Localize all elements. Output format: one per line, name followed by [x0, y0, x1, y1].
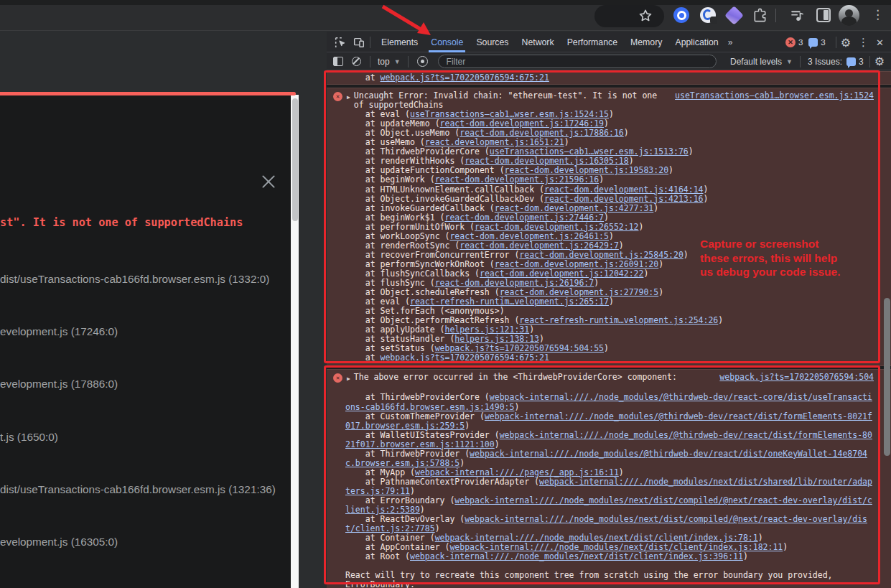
bookmark-star-icon[interactable]: [638, 8, 653, 24]
dialog-close-icon[interactable]: [259, 172, 278, 191]
settings-gear-icon[interactable]: ⚙: [874, 55, 885, 68]
context-selector[interactable]: top: [378, 57, 390, 67]
stack-link[interactable]: webpack-internal:///./pages/_app.js:16:1…: [415, 467, 619, 477]
stack-frame-file: t.js (1650:0): [0, 431, 58, 444]
stack-text: at Set.forEach (<anonymous>): [345, 306, 505, 316]
error-message: The above error occurred in the <Thirdwe…: [354, 373, 713, 382]
stack-link[interactable]: webpack-internal:///./node_modules/next/…: [410, 551, 743, 561]
extensions-puzzle-icon[interactable]: [752, 7, 768, 24]
stack-link[interactable]: react-dom.development.js:25845:20: [519, 250, 683, 260]
stack-link[interactable]: react-dom.development.js:4213:16: [544, 194, 704, 204]
stack-text: ): [495, 439, 500, 449]
stack-link[interactable]: react-dom.development.js:16305:18: [465, 156, 628, 166]
omnibox[interactable]: [594, 5, 664, 27]
issues-counter-label[interactable]: 3 Issues:: [808, 57, 842, 67]
stack-text: at ThirdwebProviderCore (: [345, 392, 490, 402]
devtools-close-icon[interactable]: ✕: [876, 37, 884, 48]
tab-performance[interactable]: Performance: [561, 33, 624, 52]
stack-link[interactable]: react-refresh-runtim…velopment.js:254:26: [519, 315, 718, 325]
stack-link[interactable]: react-dom.development.js:26461:5: [449, 231, 609, 241]
stack-link[interactable]: react-dom.development.js:21596:16: [435, 174, 599, 185]
filter-input[interactable]: [438, 55, 717, 68]
stack-frame-file: dist/useTransactions-cab166fd.browser.es…: [0, 483, 276, 496]
stack-frame-file: dist/useTransactions-cab166fd.browser.es…: [0, 273, 269, 286]
stack-line: at Root (webpack-internal:///./node_modu…: [345, 552, 874, 561]
settings-gear-icon[interactable]: ⚙: [841, 36, 851, 50]
tab-memory[interactable]: Memory: [624, 33, 668, 52]
stack-text: at Object.useMemo (: [345, 128, 460, 138]
chevron-down-icon[interactable]: ▼: [786, 58, 793, 65]
console-scrollbar-thumb[interactable]: [884, 298, 890, 456]
stack-link[interactable]: react-dom.development.js:19583:20: [505, 165, 668, 175]
stack-link[interactable]: helpers.js:138:13: [454, 334, 539, 344]
stack-link[interactable]: react-dom.development.js:27790:5: [500, 287, 659, 297]
blue-circle-extension-icon[interactable]: [673, 7, 689, 23]
expand-triangle-icon[interactable]: ▶: [347, 93, 350, 102]
screen: ⋮ st". It is not one of supportedChains …: [0, 0, 891, 588]
issues-bubble-icon[interactable]: [808, 38, 818, 47]
stack-text: at performSyncWorkOnRoot (: [345, 259, 495, 269]
device-toolbar-icon[interactable]: [353, 36, 365, 49]
inspect-icon[interactable]: [334, 36, 347, 49]
console-scrollbar[interactable]: [882, 71, 891, 588]
expand-triangle-icon[interactable]: ▶: [347, 374, 350, 383]
stack-link[interactable]: helpers.js:121:31: [444, 325, 529, 335]
stack-link[interactable]: webpack-internal:///./node_modules/next/…: [449, 542, 783, 552]
stack-link[interactable]: react-dom.development.js:26196:7: [435, 278, 594, 288]
error-count-badge-icon[interactable]: ✕: [785, 37, 796, 47]
stack-text: ): [624, 128, 629, 138]
stack-link[interactable]: useTransactions–cab1…wser.esm.js:1524:15: [410, 109, 609, 119]
stack-link[interactable]: react-dom.development.js:4164:14: [544, 185, 704, 195]
stack-link[interactable]: webpack.js?ts=1702205076594:675:21: [380, 353, 549, 363]
dialog-scrollbar[interactable]: [291, 95, 299, 588]
stack-link[interactable]: react-dom.development.js:26091:20: [495, 259, 658, 269]
stack-link[interactable]: react-dom.development.js:17886:16: [460, 128, 623, 138]
devtools-panel: ElementsConsoleSourcesNetworkPerformance…: [327, 32, 891, 588]
default-levels-dropdown[interactable]: Default levels: [730, 57, 782, 67]
stack-link[interactable]: useTransactions–cab1…wser.esm.js:1513:76: [490, 146, 689, 157]
tab-console[interactable]: Console: [424, 33, 470, 52]
stack-text: ): [604, 213, 609, 223]
source-link[interactable]: webpack.js?ts=1702205076594:504: [719, 373, 874, 382]
stack-link[interactable]: react-dom.development.js:12042:22: [480, 269, 643, 279]
console-sidebar-icon[interactable]: [333, 57, 343, 66]
tab-sources[interactable]: Sources: [470, 33, 515, 52]
stack-text: ): [420, 505, 425, 515]
tab-network[interactable]: Network: [516, 33, 561, 52]
dialog-scrollbar-thumb[interactable]: [292, 98, 298, 221]
stack-text: ): [758, 533, 763, 543]
stack-link[interactable]: react-dom.development.js:26552:12: [475, 222, 638, 232]
source-link[interactable]: useTransactions–cab1…browser.esm.js:1524: [675, 91, 874, 101]
profile-avatar[interactable]: [839, 5, 859, 26]
stack-link[interactable]: react-dom.development.js:4277:31: [495, 203, 654, 213]
error-block-partial: at webpack.js?ts=1702205076594:675:21: [327, 71, 891, 85]
media-controls-icon[interactable]: [790, 8, 806, 23]
diamond-wallet-extension-icon[interactable]: [724, 6, 744, 25]
stack-link[interactable]: webpack-internal:///./node_modules/next/…: [435, 533, 758, 543]
stack-link[interactable]: webpack.js?ts=1702205076594:504:55: [435, 343, 604, 353]
stack-text: ): [658, 287, 663, 297]
clock-extension-icon[interactable]: [700, 7, 716, 23]
toolbar-separator: [869, 56, 870, 67]
stack-link[interactable]: react-dom.development.js:27446:7: [444, 213, 604, 223]
devtools-menu-icon[interactable]: ⋮: [858, 36, 869, 49]
clear-console-icon[interactable]: [352, 57, 361, 66]
chevron-down-icon[interactable]: ▼: [394, 58, 401, 65]
stack-line: at ErrorBoundary (webpack-internal:///./…: [345, 496, 874, 515]
side-panel-icon[interactable]: [816, 8, 831, 22]
stack-link[interactable]: react.development.js:1651:21: [425, 137, 564, 147]
stack-text: at Object.invokeGuardedCallbackDev (: [345, 194, 544, 204]
stack-frame-file: evelopment.js (17886:0): [0, 378, 118, 391]
browser-menu-icon[interactable]: ⋮: [872, 7, 882, 23]
toolbar-separator: [800, 56, 801, 67]
error-circle-icon: ✕: [333, 92, 342, 101]
stack-link[interactable]: react-refresh-runtim…velopment.js:265:17: [410, 297, 609, 307]
tab-elements[interactable]: Elements: [375, 33, 424, 52]
more-tabs-icon[interactable]: »: [725, 37, 736, 47]
stack-link[interactable]: webpack.js?ts=1702205076594:675:21: [380, 73, 549, 83]
stack-text: ): [609, 109, 614, 119]
live-expression-eye-icon[interactable]: [417, 56, 428, 67]
stack-link[interactable]: react-dom.development.js:26429:7: [460, 241, 619, 251]
tab-application[interactable]: Application: [668, 33, 724, 52]
stack-link[interactable]: react-dom.development.js:17246:19: [440, 118, 604, 129]
